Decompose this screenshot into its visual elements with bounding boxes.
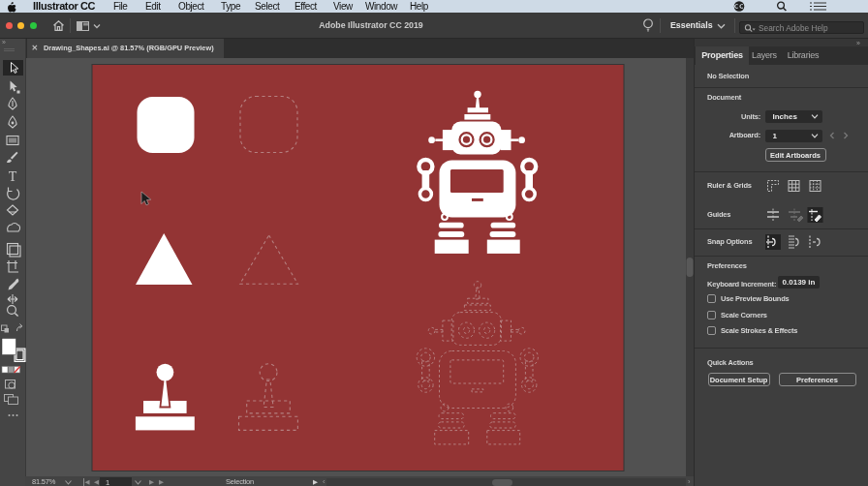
svg-text:T: T bbox=[9, 169, 17, 184]
